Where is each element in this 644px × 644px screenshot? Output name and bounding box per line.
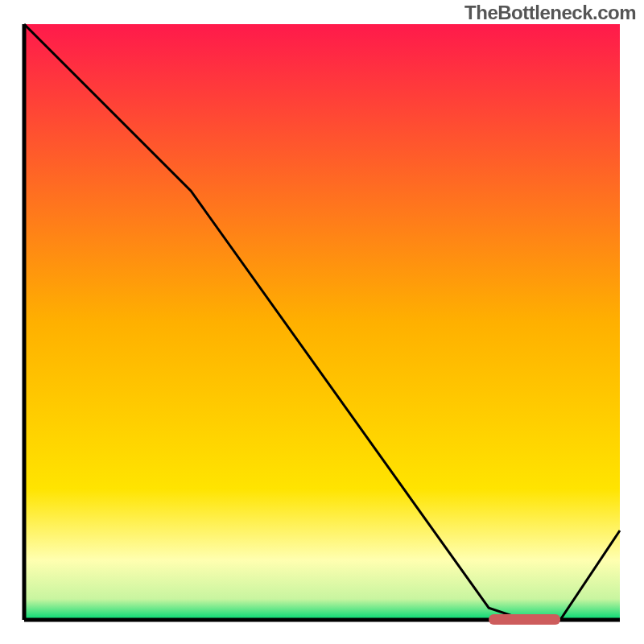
optimal-marker	[489, 614, 560, 625]
chart-stage: TheBottleneck.com	[0, 0, 644, 644]
chart-svg	[0, 0, 644, 644]
